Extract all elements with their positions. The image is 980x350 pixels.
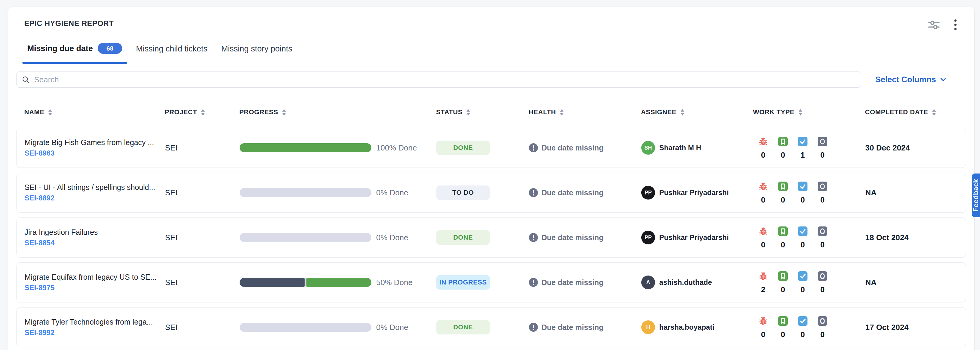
status-cell: DONE — [436, 141, 529, 155]
completed-date-cell: 30 Dec 2024 — [865, 143, 958, 152]
column-header[interactable]: PROJECT — [165, 108, 239, 116]
status-badge: DONE — [436, 320, 490, 334]
health-cell: Due date missing — [529, 278, 641, 287]
tab-label: Missing due date — [27, 43, 93, 54]
status-cell: TO DO — [436, 185, 529, 200]
search-icon — [22, 75, 30, 84]
assignee-name: Pushkar Priyadarshi — [659, 188, 729, 197]
sort-up-down-icon[interactable] — [282, 109, 286, 116]
sort-up-down-icon[interactable] — [466, 109, 471, 116]
work-type-count: 0 — [761, 240, 765, 250]
table-row[interactable]: Jira Ingestion Failures SEI-8854 SEI 0% … — [16, 217, 966, 258]
column-header-label: PROJECT — [165, 108, 197, 116]
report-card: EPIC HYGIENE REPORT Missing due date 68 … — [8, 6, 975, 350]
progress-label: 50% Done — [376, 278, 412, 287]
column-header[interactable]: HEALTH — [529, 108, 641, 116]
health-cell: Due date missing — [529, 233, 641, 242]
status-badge: IN PROGRESS — [436, 275, 490, 290]
table-row[interactable]: Migrate Tyler Technologies from lega... … — [16, 307, 966, 347]
work-type-cell: 0 0 0 0 — [753, 315, 865, 339]
completed-date-cell: 17 Oct 2024 — [865, 323, 958, 332]
epic-name: Jira Ingestion Failures — [25, 227, 165, 237]
name-cell: Jira Ingestion Failures SEI-8854 — [25, 227, 165, 248]
health-label: Due date missing — [541, 278, 603, 287]
sort-up-down-icon[interactable] — [200, 109, 205, 116]
feedback-label: Feedback — [972, 179, 980, 212]
column-header-label: COMPLETED DATE — [865, 108, 928, 116]
alert-exclamation-icon — [529, 188, 538, 197]
column-header-label: ASSIGNEE — [641, 108, 676, 116]
epic-name: Migrate Big Fish Games from legacy ... — [25, 138, 165, 147]
column-header[interactable]: STATUS — [436, 108, 529, 116]
epic-key-link[interactable]: SEI-8854 — [25, 238, 54, 248]
assignee-cell: PP Pushkar Priyadarshi — [641, 186, 753, 200]
feedback-button[interactable]: Feedback — [972, 174, 980, 217]
filter-sliders-icon[interactable] — [928, 19, 940, 30]
project-cell: SEI — [165, 278, 240, 287]
story-icon — [778, 181, 788, 192]
kebab-menu-icon[interactable] — [954, 19, 957, 31]
progress-bar — [240, 323, 371, 332]
column-header[interactable]: ASSIGNEE — [641, 108, 753, 116]
circle-icon — [817, 226, 828, 237]
table-toolbar: Select Columns — [16, 71, 966, 88]
task-icon — [797, 136, 808, 147]
story-icon — [778, 271, 788, 282]
status-cell: IN PROGRESS — [436, 275, 529, 290]
epic-key-link[interactable]: SEI-8992 — [25, 328, 54, 337]
tab-missing-child-tickets[interactable]: Missing child tickets — [131, 44, 212, 64]
status-badge: DONE — [436, 141, 490, 155]
page-title: EPIC HYGIENE REPORT — [24, 19, 113, 28]
status-cell: DONE — [436, 230, 529, 245]
bug-icon — [758, 315, 768, 326]
progress-cell: 50% Done — [240, 278, 436, 287]
alert-exclamation-icon — [529, 278, 538, 287]
epic-key-link[interactable]: SEI-8892 — [25, 193, 54, 203]
assignee-name: Pushkar Priyadarshi — [659, 233, 729, 242]
assignee-name: ashish.duthade — [659, 278, 712, 287]
tab-bar: Missing due date 68 Missing child ticket… — [8, 43, 974, 63]
progress-bar — [240, 233, 371, 242]
name-cell: SEI - UI - All strings / spellings shoul… — [25, 182, 165, 203]
sort-up-down-icon[interactable] — [932, 109, 936, 116]
epic-key-link[interactable]: SEI-8963 — [25, 148, 54, 158]
table-row[interactable]: SEI - UI - All strings / spellings shoul… — [16, 173, 966, 213]
select-columns-button[interactable]: Select Columns — [875, 75, 947, 84]
table-row[interactable]: Migrate Equifax from legacy US to SE... … — [16, 262, 966, 302]
status-badge: DONE — [436, 230, 490, 245]
assignee-cell: H harsha.boyapati — [641, 320, 753, 334]
epic-key-link[interactable]: SEI-8975 — [25, 283, 54, 293]
work-type-count: 0 — [800, 240, 805, 250]
bug-icon — [758, 226, 768, 237]
chevron-down-icon — [939, 75, 947, 84]
work-type-count: 0 — [820, 240, 824, 250]
tab-missing-due-date[interactable]: Missing due date 68 — [22, 43, 127, 64]
column-header-label: NAME — [24, 108, 45, 116]
completed-date-cell: NA — [865, 188, 958, 198]
alert-exclamation-icon — [529, 143, 538, 152]
tab-missing-story-points[interactable]: Missing story points — [216, 44, 297, 64]
table-row[interactable]: Migrate Big Fish Games from legacy ... S… — [16, 128, 966, 168]
sort-up-down-icon[interactable] — [560, 109, 564, 116]
assignee-name: harsha.boyapati — [659, 323, 714, 331]
story-icon — [778, 315, 788, 326]
sort-up-down-icon[interactable] — [798, 109, 803, 116]
bug-icon — [758, 271, 768, 282]
epic-name: Migrate Equifax from legacy US to SE... — [25, 272, 165, 282]
name-cell: Migrate Tyler Technologies from lega... … — [25, 317, 165, 337]
progress-bar — [240, 188, 371, 197]
circle-icon — [817, 315, 828, 326]
progress-cell: 0% Done — [240, 188, 436, 198]
progress-bar — [240, 143, 371, 152]
circle-icon — [817, 181, 828, 192]
column-header[interactable]: COMPLETED DATE — [865, 108, 958, 116]
column-header[interactable]: PROGRESS — [239, 108, 436, 116]
sort-up-down-icon[interactable] — [680, 109, 685, 116]
progress-label: 100% Done — [376, 143, 417, 152]
task-icon — [797, 315, 808, 326]
search-input[interactable] — [34, 75, 856, 84]
work-type-cell: 0 0 0 0 — [753, 226, 865, 250]
sort-up-down-icon[interactable] — [48, 109, 52, 116]
column-header[interactable]: WORK TYPE — [753, 108, 865, 116]
column-header[interactable]: NAME — [24, 108, 165, 116]
